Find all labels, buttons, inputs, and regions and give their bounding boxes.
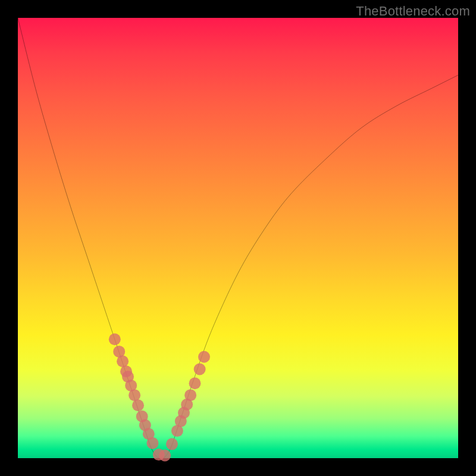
data-point <box>159 450 171 462</box>
data-point <box>184 389 196 401</box>
measured-points-group <box>109 333 210 461</box>
data-point <box>109 333 121 345</box>
chart-svg <box>18 18 458 458</box>
plot-area <box>18 18 458 458</box>
bottleneck-curve <box>18 18 458 459</box>
data-point <box>194 364 206 375</box>
data-point <box>117 355 129 367</box>
data-point <box>146 437 158 449</box>
data-point <box>166 438 178 450</box>
data-point <box>189 377 201 389</box>
data-point <box>129 389 140 401</box>
data-point <box>198 351 210 363</box>
chart-canvas: TheBottleneck.com <box>0 0 476 476</box>
attribution-text: TheBottleneck.com <box>356 4 470 19</box>
data-point <box>132 399 144 411</box>
